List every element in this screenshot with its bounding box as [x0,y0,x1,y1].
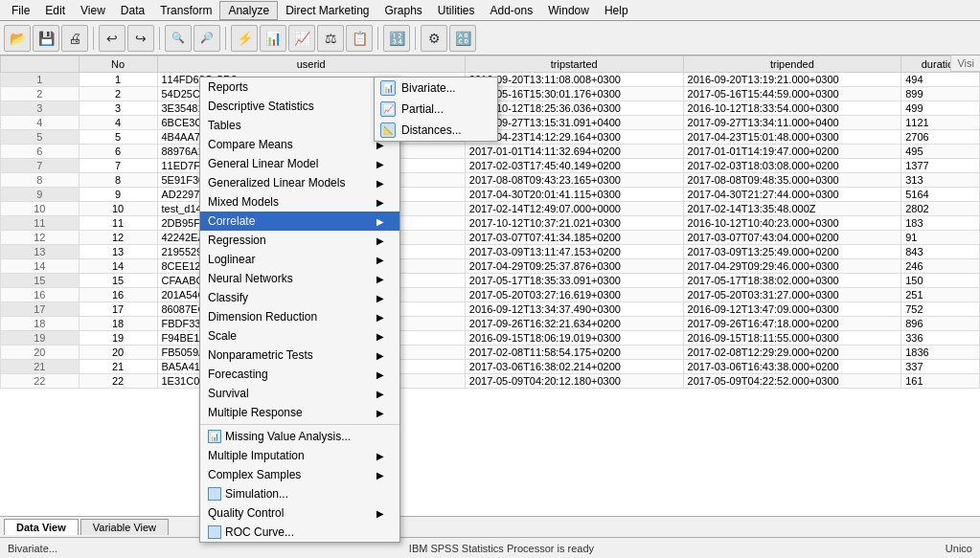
cell-no: 17 [79,302,157,317]
menu-forecasting[interactable]: Forecasting▶ [200,365,399,384]
toolbar-select-cases[interactable]: 📋 [346,25,373,52]
menu-reports[interactable]: Reports▶ [200,78,399,97]
bivariate-icon: 📊 [380,80,396,96]
toolbar-print[interactable]: 🖨 [61,25,88,52]
menu-help[interactable]: Help [597,2,636,19]
toolbar-use-sets[interactable]: ⚙ [421,25,447,52]
cell-tripended: 2016-09-20T13:19:21.000+0300 [683,73,901,87]
row-number: 12 [1,231,80,245]
cell-duration: 499 [901,101,980,116]
cell-tripended: 2017-05-16T15:44:59.000+0300 [683,87,901,101]
cell-no: 14 [79,259,157,274]
menu-dim-reduction[interactable]: Dimension Reduction▶ [200,307,399,326]
cell-tripstarted: 2017-04-29T09:25:37.876+0300 [465,259,683,274]
toolbar-goto-var[interactable]: 🔍 [165,25,192,52]
toolbar-find[interactable]: 🔎 [194,25,220,52]
toolbar-weight[interactable]: ⚖ [317,25,344,52]
cell-tripended: 2017-03-07T07:43:04.000+0200 [683,231,901,245]
menu-neural[interactable]: Neural Networks▶ [200,269,399,288]
menu-glm[interactable]: General Linear Model▶ [200,154,399,173]
table-row: 1919F94BE1EC-0A2016-09-15T18:06:19.019+0… [1,331,980,346]
toolbar-save[interactable]: 💾 [33,25,59,52]
arrow-icon: ▶ [376,216,384,227]
cell-tripended: 2017-04-23T15:01:48.000+0300 [683,130,901,145]
menu-descriptive[interactable]: Descriptive Statistics▶ [200,97,399,116]
cell-duration: 896 [901,317,980,331]
toolbar-sep-2 [159,27,160,50]
menu-direct-marketing[interactable]: Direct Marketing [278,2,376,19]
row-number: 1 [1,73,80,87]
toolbar-insert-var[interactable]: 📊 [260,25,286,52]
toolbar-redo[interactable]: ↪ [127,25,154,52]
row-number: 9 [1,188,80,202]
menu-loglinear[interactable]: Loglinear▶ [200,250,399,269]
menu-classify[interactable]: Classify▶ [200,288,399,307]
status-rightmost: Unico [946,543,972,554]
arrow-icon: ▶ [376,274,384,284]
toolbar-open[interactable]: 📂 [4,25,31,52]
menu-graphs[interactable]: Graphs [376,2,429,19]
menu-roc-curve[interactable]: ROC Curve... [200,523,399,542]
cell-duration: 2706 [901,130,980,145]
menu-complex-samples[interactable]: Complex Samples▶ [200,465,399,484]
cell-no: 18 [79,317,157,331]
cell-duration: 1377 [901,159,980,173]
menu-edit[interactable]: Edit [37,2,73,19]
toolbar-insert-cases[interactable]: ⚡ [231,25,258,52]
cell-tripended: 2017-02-08T12:29:29.000+0200 [683,346,901,360]
table-row: 99AD229796-D262017-04-30T20:01:41.115+03… [1,188,980,202]
toolbar-undo[interactable]: ↩ [99,25,125,52]
menu-view[interactable]: View [73,2,113,19]
toolbar-split-file[interactable]: 📈 [288,25,315,52]
menu-compare-means[interactable]: Compare Means▶ [200,135,399,154]
table-row: 11112DB95FEC-BE2017-10-12T10:37:21.021+0… [1,216,980,231]
menu-transform[interactable]: Transform [152,2,219,19]
col-header-tripstarted[interactable]: tripstarted [465,56,683,73]
submenu-distances[interactable]: 📐 Distances... [375,120,497,141]
menu-addons[interactable]: Add-ons [483,2,541,19]
menu-utilities[interactable]: Utilities [430,2,483,19]
table-row: 22221E31C01B-5C9C-4FC1-9EB1-B7B8662E2150… [1,374,980,389]
menu-scale[interactable]: Scale▶ [200,326,399,346]
cell-no: 7 [79,159,157,173]
menu-multiple-response[interactable]: Multiple Response▶ [200,403,399,422]
menu-window[interactable]: Window [540,2,597,19]
menu-tables[interactable]: Tables▶ [200,116,399,135]
menu-survival[interactable]: Survival▶ [200,384,399,403]
tab-data-view[interactable]: Data View [4,519,79,535]
menu-quality-control[interactable]: Quality Control▶ [200,503,399,523]
table-row: 7711ED7F7F-D8F2017-02-03T17:45:40.149+02… [1,159,980,173]
status-right: IBM SPSS Statistics Processor is ready [409,543,594,554]
row-number: 4 [1,116,80,130]
col-header-no[interactable]: No [79,56,157,73]
main-area: Visi No userid tripstarted tripended dur… [0,56,980,516]
menu-nonparam[interactable]: Nonparametric Tests▶ [200,346,399,365]
menu-regression[interactable]: Regression▶ [200,231,399,250]
menu-analyze[interactable]: Analyze [219,1,278,20]
menu-correlate[interactable]: Correlate▶ [200,212,399,231]
menu-gen-linear[interactable]: Generalized Linear Models▶ [200,173,399,192]
menu-file[interactable]: File [4,2,37,19]
col-header-userid[interactable]: userid [157,56,465,73]
menu-multiple-imputation[interactable]: Multiple Imputation▶ [200,446,399,465]
cell-tripended: 2016-10-12T10:40:23.000+0300 [683,216,901,231]
toolbar-value-labels[interactable]: 🔢 [383,25,410,52]
submenu-partial[interactable]: 📈 Partial... [375,99,497,120]
menu-simulation[interactable]: Simulation... [200,484,399,503]
row-number: 19 [1,331,80,346]
submenu-bivariate[interactable]: 📊 Bivariate... [375,78,497,99]
cell-duration: 150 [901,274,980,288]
menu-data[interactable]: Data [113,2,152,19]
cell-tripended: 2017-05-17T18:38:02.000+0300 [683,274,901,288]
menu-missing-value[interactable]: 📊 Missing Value Analysis... [200,427,399,446]
arrow-icon: ▶ [376,451,384,461]
col-header-tripended[interactable]: tripended [683,56,901,73]
row-number: 7 [1,159,80,173]
toolbar-sep-1 [93,27,94,50]
table-row: 1818FBDF3358-0F72017-09-26T16:32:21.634+… [1,317,980,331]
cell-no: 9 [79,188,157,202]
toolbar-fonts[interactable]: 🔠 [449,25,476,52]
menu-mixed[interactable]: Mixed Models▶ [200,192,399,212]
tab-variable-view[interactable]: Variable View [80,519,169,535]
cell-tripstarted: 2017-02-03T17:45:40.149+0200 [465,159,683,173]
